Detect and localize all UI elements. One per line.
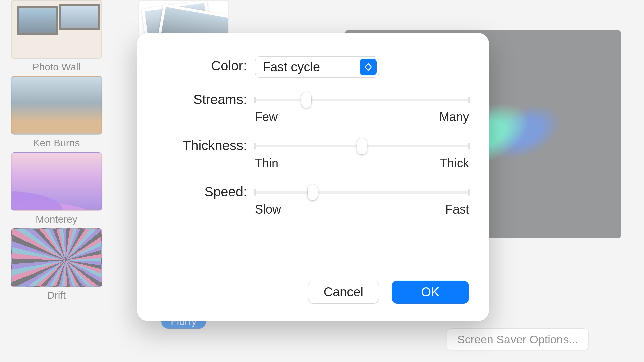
slider-thumb[interactable] <box>301 92 311 108</box>
streams-max-label: Many <box>439 110 469 124</box>
label-speed: Speed: <box>153 182 247 199</box>
cancel-button[interactable]: Cancel <box>308 281 379 304</box>
label-streams: Streams: <box>153 90 247 107</box>
flurry-options-dialog: Color: Fast cycle Streams: <box>137 33 489 321</box>
speed-slider[interactable] <box>255 187 469 198</box>
thickness-slider[interactable] <box>255 141 469 152</box>
slider-tick-start <box>254 97 256 103</box>
thickness-legend: Thin Thick <box>255 156 469 170</box>
slider-track <box>255 99 469 101</box>
streams-legend: Few Many <box>255 110 469 124</box>
color-popup[interactable]: Fast cycle <box>255 56 379 78</box>
dialog-button-bar: Cancel OK <box>153 281 469 304</box>
label-color: Color: <box>153 56 247 73</box>
ok-button[interactable]: OK <box>392 281 469 304</box>
thickness-max-label: Thick <box>440 156 469 170</box>
slider-tick-start <box>254 189 256 196</box>
screensaver-prefs-window: Photo Wall Ken Burns Monterey Drift Flur… <box>0 0 644 362</box>
slider-tick-start <box>254 143 256 149</box>
thickness-min-label: Thin <box>255 156 278 170</box>
label-thickness: Thickness: <box>153 136 247 153</box>
slider-tick-end <box>468 189 470 196</box>
popup-stepper-icon <box>360 59 377 75</box>
slider-tick-end <box>468 97 470 103</box>
row-color: Color: Fast cycle <box>153 56 469 78</box>
slider-tick-end <box>468 143 470 149</box>
speed-max-label: Fast <box>445 202 469 217</box>
slider-track <box>255 191 469 194</box>
streams-slider[interactable] <box>255 95 469 105</box>
streams-min-label: Few <box>255 110 278 124</box>
row-thickness: Thickness: Thin Thick <box>153 136 469 170</box>
row-speed: Speed: Slow Fast <box>153 182 469 217</box>
speed-min-label: Slow <box>255 202 281 217</box>
row-streams: Streams: Few Many <box>153 90 469 124</box>
speed-legend: Slow Fast <box>255 202 469 217</box>
color-popup-value: Fast cycle <box>263 60 320 74</box>
slider-thumb[interactable] <box>308 184 318 200</box>
slider-thumb[interactable] <box>357 138 367 154</box>
